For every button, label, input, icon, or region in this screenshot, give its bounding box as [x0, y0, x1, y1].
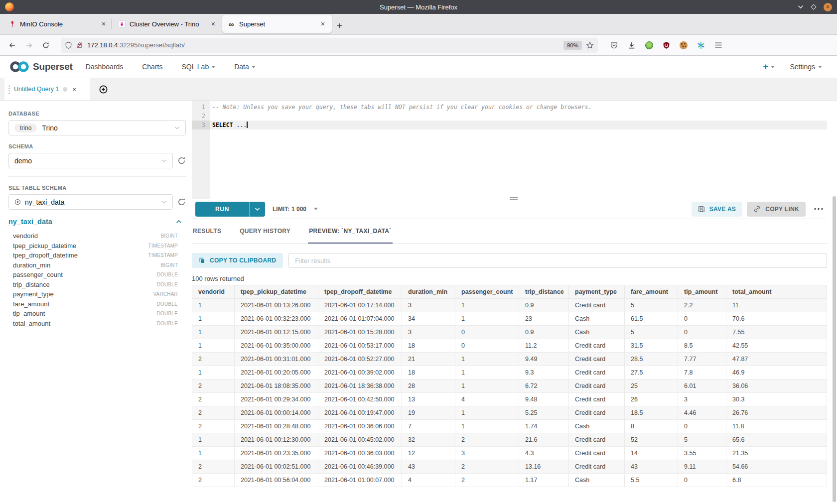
- run-options-chevron-icon[interactable]: [250, 207, 265, 211]
- browser-tab-trino[interactable]: Cluster Overview - Trino ×: [113, 15, 222, 33]
- vertical-scrollbar[interactable]: [833, 196, 836, 502]
- back-icon[interactable]: [5, 38, 19, 52]
- table-cell: 2021-06-01 18:36:38.000: [318, 379, 402, 393]
- brand-text: Superset: [33, 61, 73, 72]
- window-close-icon[interactable]: ×: [824, 3, 832, 11]
- table-cell: 9.48: [519, 393, 569, 406]
- filter-results-input[interactable]: [288, 253, 827, 268]
- refresh-schema-icon[interactable]: [177, 156, 186, 165]
- column-header[interactable]: duration_min: [402, 285, 455, 299]
- downloads-icon[interactable]: [628, 41, 636, 49]
- colorful-asterisk-extension-icon[interactable]: [697, 41, 705, 49]
- table-cell: 8.5: [678, 339, 726, 353]
- zoom-level-badge[interactable]: 90%: [563, 41, 582, 50]
- table-cell: 19: [402, 406, 455, 420]
- unsaved-indicator-dot: [63, 87, 67, 92]
- privacy-extension-icon[interactable]: [645, 41, 653, 49]
- url-bar[interactable]: 172.18.0.4:32295/superset/sqllab/ 90%: [61, 38, 598, 53]
- shield-icon[interactable]: [65, 41, 72, 49]
- superset-logo[interactable]: Superset: [8, 60, 73, 74]
- cookie-extension-icon[interactable]: [680, 41, 688, 49]
- column-header[interactable]: fare_amount: [625, 285, 678, 299]
- table-row: 12021-06-01 00:12:15.0002021-06-01 00:15…: [192, 326, 827, 339]
- collapse-table-icon[interactable]: [176, 220, 182, 224]
- close-icon[interactable]: ×: [72, 86, 76, 93]
- column-header[interactable]: total_amount: [726, 285, 827, 299]
- table-schema-select[interactable]: ny_taxi_data: [8, 194, 173, 210]
- table-cell: Cash: [569, 312, 625, 326]
- column-header[interactable]: passenger_count: [455, 285, 519, 299]
- table-cell: 2021-06-01 01:00:07.000: [318, 474, 402, 487]
- drag-handle-icon[interactable]: [8, 85, 10, 94]
- copy-link-button[interactable]: COPY LINK: [747, 202, 806, 217]
- settings-menu[interactable]: Settings: [790, 63, 822, 71]
- limit-dropdown[interactable]: LIMIT: 1 000: [273, 206, 318, 213]
- query-tab-untitled[interactable]: Untitled Query 1 ×: [4, 78, 90, 100]
- window-shade-icon[interactable]: [798, 5, 804, 9]
- nav-item-charts[interactable]: Charts: [142, 63, 162, 71]
- superset-infinity-icon: ∞: [227, 20, 235, 28]
- table-cell: 0: [678, 326, 726, 339]
- column-header[interactable]: vendorid: [192, 285, 235, 299]
- nav-item-dashboards[interactable]: Dashboards: [86, 63, 124, 71]
- column-name: passenger_count: [13, 271, 63, 278]
- tab-close-icon[interactable]: ×: [209, 19, 217, 28]
- query-tab-bar: Untitled Query 1 ×: [0, 78, 837, 101]
- browser-tab-superset[interactable]: ∞ Superset ×: [222, 15, 332, 33]
- ublock-origin-icon[interactable]: [663, 41, 670, 49]
- run-query-button[interactable]: RUN: [195, 202, 265, 217]
- table-cell: 2021-06-01 00:19:47.000: [318, 406, 402, 420]
- column-header[interactable]: payment_type: [569, 285, 625, 299]
- table-cell: Credit card: [569, 339, 625, 353]
- table-cell: 2021-06-01 00:32:23.000: [235, 312, 318, 326]
- add-new-button[interactable]: +: [763, 61, 775, 72]
- save-as-button[interactable]: SAVE AS: [692, 202, 742, 217]
- table-name-heading[interactable]: ny_taxi_data: [8, 218, 52, 226]
- table-cell: 2021-06-01 00:28:48.000: [235, 420, 318, 433]
- database-select[interactable]: trino Trino: [8, 120, 186, 135]
- nav-item-sql-lab[interactable]: SQL Lab: [181, 63, 215, 71]
- hamburger-menu-icon[interactable]: [714, 42, 722, 48]
- new-query-tab-icon[interactable]: [99, 85, 108, 94]
- column-name: payment_type: [13, 290, 54, 298]
- table-cell: 2: [455, 474, 519, 487]
- column-header[interactable]: tpep_pickup_datetime: [235, 285, 318, 299]
- table-columns: vendoridBIGINTtpep_pickup_datetimeTIMEST…: [8, 231, 178, 328]
- table-cell: 21.35: [726, 447, 827, 460]
- more-options-icon[interactable]: [810, 208, 827, 210]
- resize-handle-icon[interactable]: [510, 197, 518, 200]
- lock-slash-icon[interactable]: [76, 41, 83, 49]
- table-cell: 5: [678, 433, 726, 447]
- editor-code-area[interactable]: -- Note: Unless you save your query, the…: [210, 101, 827, 199]
- results-header-row: vendoridtpep_pickup_datetimetpep_dropoff…: [192, 285, 827, 299]
- bookmark-star-icon[interactable]: [586, 41, 594, 49]
- table-cell: 4: [402, 474, 455, 487]
- column-header[interactable]: tpep_dropoff_datetime: [318, 285, 402, 299]
- forward-icon[interactable]: [22, 38, 36, 52]
- tab-close-icon[interactable]: ×: [100, 19, 108, 28]
- sql-editor[interactable]: 1 2 3 -- Note: Unless you save your quer…: [192, 101, 827, 199]
- column-type: TIMESTAMP: [148, 243, 178, 249]
- table-cell: 25: [625, 379, 678, 393]
- nav-item-data[interactable]: Data: [234, 63, 256, 71]
- new-tab-button[interactable]: +: [332, 19, 347, 34]
- table-cell: 7: [402, 420, 455, 433]
- browser-tab-minio[interactable]: MinIO Console ×: [3, 15, 113, 33]
- table-cell: 1.74: [519, 420, 569, 433]
- reload-icon[interactable]: [39, 38, 53, 52]
- refresh-tables-icon[interactable]: [177, 198, 186, 206]
- tab-results[interactable]: RESULTS: [192, 219, 222, 243]
- pocket-icon[interactable]: [610, 41, 618, 49]
- tab-preview-ny-taxi-data[interactable]: PREVIEW: `NY_TAXI_DATA`: [308, 219, 392, 243]
- column-header[interactable]: trip_distance: [519, 285, 569, 299]
- url-text[interactable]: 172.18.0.4:32295/superset/sqllab/: [87, 41, 559, 49]
- tab-close-icon[interactable]: ×: [319, 19, 327, 28]
- window-maximize-icon[interactable]: [811, 4, 816, 9]
- table-cell: 5: [625, 326, 678, 339]
- column-header[interactable]: tip_amount: [678, 285, 726, 299]
- chevron-down-icon: [818, 66, 822, 68]
- schema-select[interactable]: demo: [8, 153, 173, 168]
- copy-to-clipboard-button[interactable]: COPY TO CLIPBOARD: [192, 253, 283, 268]
- table-cell: 8: [625, 420, 678, 433]
- tab-query-history[interactable]: QUERY HISTORY: [239, 219, 291, 243]
